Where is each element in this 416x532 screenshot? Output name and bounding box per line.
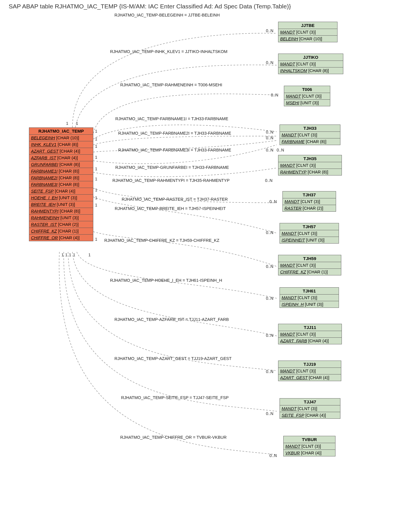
cardinality-many: 0..N — [266, 369, 273, 374]
entity-jjtiko: JJTIKO MANDT [CLNT (3)] INHALTSKOM [CHAR… — [278, 54, 343, 74]
cardinality-many: 0..N — [266, 130, 273, 134]
cardinality-many: 0..N — [269, 453, 277, 458]
entity-field: RAHMENEINH [UNIT (3)] — [29, 215, 93, 221]
relation-label: RJHATMO_IAC_TEMP-BREITE_IEH = TJH57-ISPE… — [115, 206, 226, 211]
entity-field: MANDT [CLNT (3)] — [278, 331, 342, 338]
relation-label: RJHATMO_IAC_TEMP-RASTER_IST = TJH37-RAST… — [122, 197, 228, 202]
entity-header: TJJ11 — [278, 324, 342, 331]
cardinality-many: 0..N — [271, 93, 278, 97]
entity-field: MANDT [CLNT (3)] — [278, 262, 341, 269]
entity-tjh37: TJH37 MANDT [CLNT (3)] RASTER [CHAR (2)] — [282, 191, 336, 212]
entity-field: AZFARB_IST [CHAR (4)] — [29, 155, 93, 161]
relation-label: RJHATMO_IAC_TEMP-RAHMENEINH = T006-MSEHI — [120, 83, 222, 87]
entity-header: JJTBE — [278, 22, 337, 29]
entity-field: CHIFFRE_KZ [CHAR (1)] — [278, 269, 341, 275]
relation-label: RJHATMO_IAC_TEMP-RAHMENTYPI = TJH35-RAHM… — [112, 178, 229, 183]
cardinality-one: 1 — [95, 144, 97, 149]
entity-header: TJH35 — [278, 155, 342, 162]
cardinality-many: 0..N — [266, 411, 273, 416]
entity-field: FARBNAME2I [CHAR (8)] — [29, 175, 93, 181]
entity-jjtbe: JJTBE MANDT [CLNT (3)] BELEINH [CHAR (10… — [278, 22, 337, 42]
entity-field: MANDT [CLNT (3)] — [280, 405, 340, 412]
entity-field: RAHMENTYPI [CHAR (8)] — [29, 208, 93, 215]
cardinality-many: 0..N — [266, 264, 273, 269]
entity-header: RJHATMO_IAC_TEMP — [29, 128, 93, 135]
cardinality-one: 1 — [95, 167, 97, 171]
entity-field: FARBNAME [CHAR (8)] — [280, 138, 340, 145]
entity-field: HOEHE_I_EH [UNIT (3)] — [29, 195, 93, 201]
cardinality-one: 1 — [95, 137, 97, 141]
entity-field: RASTER [CHAR (2)] — [283, 205, 336, 211]
entity-field: BREITE_IEH [UNIT (3)] — [29, 201, 93, 208]
entity-field: MANDT [CLNT (3)] — [284, 93, 330, 100]
connector-lines — [0, 0, 416, 532]
relation-label: RJHATMO_IAC_TEMP-AZFARB_IST = TJJ11-AZAR… — [114, 317, 229, 322]
relation-label: RJHATMO_IAC_TEMP-HOEHE_I_EH = TJH61-ISPE… — [110, 278, 222, 283]
entity-field: MANDT [CLNT (3)] — [278, 29, 337, 36]
entity-field: MANDT [CLNT (3)] — [280, 230, 339, 237]
entity-field: MANDT [CLNT (3)] — [278, 61, 343, 67]
relation-label: RJHATMO_IAC_TEMP-CHIFFRE_KZ = TJH59-CHIF… — [104, 238, 219, 243]
entity-header: TJH57 — [280, 223, 339, 230]
cardinality-many: 0..N — [266, 28, 273, 33]
cardinality-many: 0..N — [265, 178, 273, 183]
entity-field: MSEHI [UNIT (3)] — [284, 100, 330, 106]
entity-field: FARBNAME1I [CHAR (8)] — [29, 168, 93, 175]
cardinality-one: 1 — [95, 237, 97, 242]
cardinality-one: 1 — [65, 253, 67, 257]
entity-field: MANDT [CLNT (3)] — [280, 132, 340, 138]
cardinality-one: 1 — [95, 155, 97, 160]
entity-tjj47: TJJ47 MANDT [CLNT (3)] SEITE_FSP [CHAR (… — [280, 398, 340, 419]
cardinality-many: 0..N — [266, 148, 273, 152]
entity-field: FARBNAME3I [CHAR (8)] — [29, 181, 93, 188]
cardinality-one: 1 — [73, 253, 75, 257]
cardinality-many: 0..N — [266, 333, 273, 338]
entity-field: RAHMENTYP [CHAR (8)] — [278, 169, 342, 175]
entity-field: SEITE_FSP [CHAR (4)] — [280, 412, 340, 418]
entity-header: T006 — [284, 86, 330, 93]
cardinality-one: 1 — [69, 253, 71, 257]
diagram-title: SAP ABAP table RJHATMO_IAC_TEMP {IS-M/AM… — [9, 3, 291, 10]
cardinality-one: 1 — [76, 121, 78, 126]
entity-field: ISPEINHEIT [UNIT (3)] — [280, 237, 339, 243]
entity-field: MANDT [CLNT (3)] — [278, 368, 341, 374]
entity-tjh61: TJH61 MANDT [CLNT (3)] ISPEINH_H [UNIT (… — [280, 287, 339, 308]
entity-field: AZART_GEST [CHAR (4)] — [29, 148, 93, 155]
relation-label: RJHATMO_IAC_TEMP-INHK_KLEV1 = JJTIKO-INH… — [110, 49, 227, 54]
relation-label: RJHATMO_IAC_TEMP-FARBNAME2I = TJH33-FARB… — [118, 131, 231, 136]
entity-field: INHALTSKOM [CHAR (8)] — [278, 67, 343, 74]
entity-field: INHK_KLEV1 [CHAR (8)] — [29, 141, 93, 148]
entity-field: MANDT [CLNT (3)] — [284, 443, 335, 450]
entity-t006: T006 MANDT [CLNT (3)] MSEHI [UNIT (3)] — [284, 86, 330, 106]
entity-field: AZART_FARB [CHAR (4)] — [278, 338, 342, 344]
entity-rjhatmo-iac-temp: RJHATMO_IAC_TEMP BELEGEINH [CHAR (10)] I… — [29, 127, 93, 241]
entity-field: ISPEINH_H [UNIT (3)] — [280, 301, 339, 308]
entity-header: TJH33 — [280, 125, 340, 132]
entity-field: CHIFFRE_OR [CHAR (4)] — [29, 235, 93, 241]
entity-field: SEITE_FSP [CHAR (4)] — [29, 188, 93, 195]
entity-header: TJH59 — [278, 255, 341, 262]
entity-tjj19: TJJ19 MANDT [CLNT (3)] AZART_GEST [CHAR … — [278, 361, 341, 381]
entity-tjh57: TJH57 MANDT [CLNT (3)] ISPEINHEIT [UNIT … — [280, 223, 339, 244]
cardinality-many: 0..N — [277, 148, 284, 152]
entity-tjj11: TJJ11 MANDT [CLNT (3)] AZART_FARB [CHAR … — [278, 324, 342, 344]
relation-label: RJHATMO_IAC_TEMP-FARBNAME3I = TJH33-FARB… — [118, 148, 231, 152]
entity-field: BELEINH [CHAR (10)] — [278, 36, 337, 42]
entity-tjh35: TJH35 MANDT [CLNT (3)] RAHMENTYP [CHAR (… — [278, 155, 342, 175]
relation-label: RJHATMO_IAC_TEMP-BELEGEINH = JJTBE-BELEI… — [114, 13, 220, 17]
relation-label: RJHATMO_IAC_TEMP-FARBNAME1I = TJH33-FARB… — [115, 116, 228, 121]
entity-header: TVBUR — [284, 436, 335, 443]
cardinality-one: 1 — [95, 195, 97, 200]
entity-header: TJJ19 — [278, 361, 341, 368]
cardinality-one: 1 — [61, 253, 64, 257]
cardinality-many: 0..N — [266, 296, 273, 301]
entity-field: VKBUR [CHAR (4)] — [284, 450, 335, 456]
entity-field: MANDT [CLNT (3)] — [278, 162, 342, 169]
cardinality-one: 1 — [88, 253, 91, 257]
entity-field: RASTER_IST [CHAR (2)] — [29, 221, 93, 228]
entity-tvbur: TVBUR MANDT [CLNT (3)] VKBUR [CHAR (4)] — [283, 436, 335, 456]
entity-header: TJH37 — [283, 191, 336, 198]
cardinality-many: 0..N — [266, 136, 273, 140]
cardinality-one: 1 — [95, 129, 97, 134]
entity-header: JJTIKO — [278, 54, 343, 61]
